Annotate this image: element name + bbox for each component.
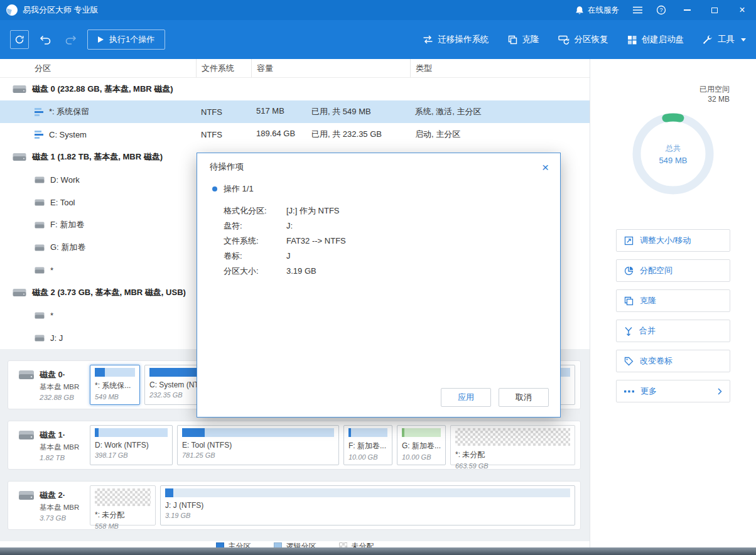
menu-button[interactable] — [626, 0, 649, 20]
create-bootable-disk-button[interactable]: 创建启动盘 — [627, 34, 684, 45]
disk-name: 磁盘 1· — [40, 429, 79, 441]
used-space-label: 已用空间 32 MB — [590, 59, 756, 104]
pie-icon — [624, 266, 634, 276]
resize-move-button[interactable]: 调整大小/移动 — [616, 229, 730, 252]
redo-button[interactable] — [62, 33, 79, 47]
disk-icon — [18, 490, 35, 501]
partition-icon — [35, 199, 45, 206]
help-button[interactable]: ? — [649, 0, 673, 20]
operation-detail-row: 卷标:J — [212, 249, 545, 264]
partition-icon — [35, 267, 45, 274]
disk-map-partition[interactable]: J: J (NTFS) 3.19 GB — [160, 485, 575, 525]
app-title: 易我分区大师 专业版 — [23, 4, 99, 16]
column-header-type: 类型 — [410, 59, 590, 77]
usage-strip — [165, 488, 570, 497]
table-row[interactable]: *: 系统保留 NTFS 517 MB已用, 共 549 MB 系统, 激活, … — [0, 100, 590, 123]
operation-detail-row: 格式化分区:[J:] 作为 NTFS — [212, 203, 545, 218]
disk-size: 3.73 GB — [40, 514, 79, 522]
maximize-button[interactable] — [701, 0, 728, 20]
disk-name: 磁盘 2· — [40, 490, 79, 501]
disk-name: 磁盘 0· — [40, 369, 79, 380]
disk-size: 1.82 TB — [40, 454, 79, 461]
disk-map-partition[interactable]: *: 系统保... 549 MB — [90, 365, 140, 405]
unallocated-strip — [95, 488, 151, 506]
table-row[interactable]: C: System NTFS 189.64 GB已用, 共 232.35 GB … — [0, 123, 590, 146]
partition-recovery-icon — [558, 35, 570, 45]
usage-strip — [95, 368, 135, 377]
cancel-button[interactable]: 取消 — [499, 388, 549, 407]
usage-donut: 总共 549 MB — [626, 107, 720, 201]
bullet-icon — [212, 186, 217, 191]
merge-icon — [624, 326, 633, 336]
merge-button[interactable]: 合并 — [616, 320, 730, 342]
svg-text:?: ? — [659, 7, 662, 13]
chevron-right-icon — [718, 388, 722, 395]
disk-icon — [18, 429, 35, 441]
migrate-os-icon — [423, 35, 433, 45]
usage-strip — [95, 428, 168, 437]
grid-icon — [627, 35, 637, 45]
disk-type: 基本盘 MBR — [40, 443, 79, 452]
usage-strip — [402, 428, 441, 437]
bell-icon — [575, 6, 584, 15]
allocate-space-button[interactable]: 分配空间 — [616, 259, 730, 282]
disk-map-partition[interactable]: D: Work (NTFS) 398.17 GB — [90, 425, 173, 465]
disk-map-2: 磁盘 2· 基本盘 MBR 3.73 GB *: 未分配 558 MB — [8, 481, 581, 530]
dialog-close-icon[interactable]: × — [539, 161, 551, 173]
sidebar: 已用空间 32 MB 总共 549 MB 调整大小/移动 — [590, 59, 756, 547]
clone-button[interactable]: 克隆 — [508, 34, 539, 45]
apply-button[interactable]: 应用 — [441, 388, 491, 407]
clone-partition-button[interactable]: 克隆 — [616, 289, 730, 312]
menu-icon — [633, 6, 642, 14]
table-row[interactable]: 磁盘 0 (232.88 GB, 基本盘, MBR 磁盘) — [0, 78, 590, 100]
wrench-icon — [703, 35, 713, 45]
disk-map-partition[interactable]: E: Tool (NTFS) 781.25 GB — [177, 425, 339, 465]
disk-map-unallocated[interactable]: *: 未分配 558 MB — [90, 485, 156, 525]
undo-button[interactable] — [37, 33, 54, 47]
disk-type: 基本盘 MBR — [40, 382, 79, 392]
partition-icon — [35, 131, 43, 139]
more-dots-icon — [624, 390, 634, 393]
maximize-icon — [711, 8, 718, 13]
change-label-button[interactable]: 改变卷标 — [616, 350, 730, 372]
partition-icon — [35, 176, 45, 183]
play-icon — [98, 36, 104, 43]
disk-size: 232.88 GB — [40, 394, 79, 401]
minimize-button[interactable] — [673, 0, 701, 20]
disk-map-partition[interactable]: F: 新加卷... 10.00 GB — [343, 425, 392, 465]
undo-icon — [40, 35, 51, 45]
execute-operations-button[interactable]: 执行1个操作 — [87, 30, 165, 50]
partition-icon — [35, 244, 45, 251]
disk-icon — [18, 369, 35, 380]
disk-map-partition[interactable]: G: 新加卷... 10.00 GB — [397, 425, 446, 465]
redo-icon — [65, 35, 77, 45]
partition-icon — [35, 312, 45, 319]
donut-total-value: 549 MB — [659, 156, 688, 165]
window-bottom-edge — [0, 547, 756, 555]
operation-detail-row: 分区大小:3.19 GB — [212, 264, 545, 279]
column-header-capacity: 容量 — [251, 59, 410, 77]
disk-map-1: 磁盘 1· 基本盘 MBR 1.82 TB D: Work (NTFS) 398… — [8, 421, 581, 470]
online-service-button[interactable]: 在线服务 — [568, 0, 626, 20]
migrate-os-button[interactable]: 迁移操作系统 — [423, 34, 489, 45]
chevron-down-icon — [741, 38, 746, 41]
titlebar: 易我分区大师 专业版 在线服务 ? × — [0, 0, 756, 20]
partition-recovery-button[interactable]: 分区恢复 — [558, 34, 608, 45]
partition-icon — [35, 335, 45, 342]
disk-map-unallocated[interactable]: *: 未分配 663.59 GB — [450, 425, 575, 465]
usage-strip — [182, 428, 334, 437]
disk-icon — [13, 85, 26, 94]
close-button[interactable]: × — [728, 0, 756, 20]
refresh-button[interactable] — [10, 30, 29, 49]
more-button[interactable]: 更多 — [616, 380, 730, 402]
operation-detail-row: 文件系统:FAT32 --> NTFS — [212, 234, 545, 249]
clone-icon — [624, 296, 634, 306]
minimize-icon — [684, 9, 691, 11]
table-header: 分区 文件系统 容量 类型 — [0, 59, 590, 78]
clone-icon — [508, 35, 517, 45]
partition-icon — [35, 222, 45, 229]
tools-button[interactable]: 工具 — [703, 34, 746, 45]
tag-icon — [624, 357, 634, 366]
refresh-icon — [14, 35, 24, 45]
column-header-filesystem: 文件系统 — [196, 59, 251, 77]
